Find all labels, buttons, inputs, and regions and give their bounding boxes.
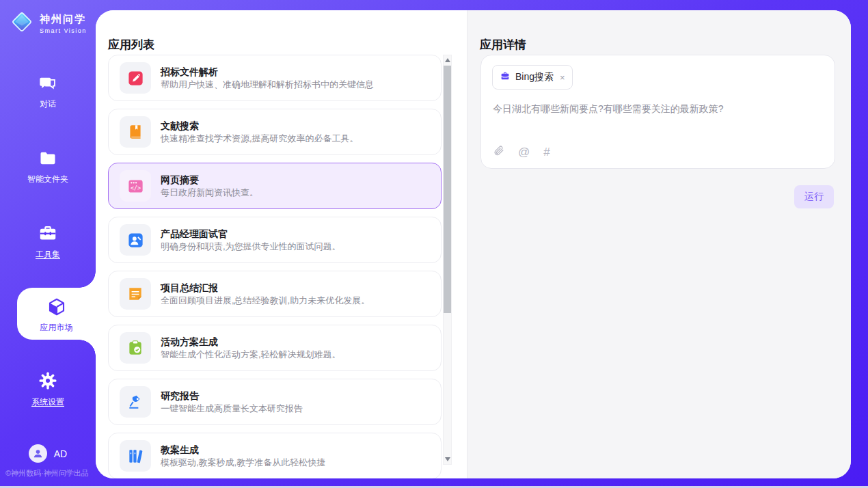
gear-icon <box>38 370 58 393</box>
app-list-panel: 应用列表 招标文件解析帮助用户快速、准确地理解和解析招标书中的关键信息文献搜索快… <box>96 10 467 478</box>
brand-subtitle: Smart Vision <box>40 27 87 34</box>
note-icon <box>120 278 151 310</box>
sidebar-item-label: 系统设置 <box>31 398 64 406</box>
scroll-down-button[interactable] <box>444 455 451 464</box>
app-card[interactable]: 招标文件解析帮助用户快速、准确地理解和解析招标书中的关键信息 <box>108 55 442 101</box>
books-icon <box>120 440 151 472</box>
chat-icon <box>38 74 57 95</box>
app-card-description: 每日政府新闻资讯快查。 <box>161 188 258 197</box>
scroll-up-icon <box>445 58 450 62</box>
book-icon <box>120 116 151 148</box>
avatar <box>29 444 47 463</box>
interviewer-icon <box>120 224 151 256</box>
copyright-text: ©神州数码·神州问学出品 <box>5 468 89 478</box>
app-card[interactable]: </>网页摘要每日政府新闻资讯快查。 <box>108 163 442 209</box>
folder-icon <box>38 149 57 170</box>
prompt-card: Bing搜索 × 今日湖北有哪些新闻要点?有哪些需要关注的最新政策? @ # <box>480 55 835 169</box>
app-card[interactable]: 产品经理面试官明确身份和职责,为您提供专业性的面试问题。 <box>108 217 442 263</box>
app-card-description: 智能生成个性化活动方案,轻松解决规划难题。 <box>161 350 341 359</box>
app-card-title: 项目总结汇报 <box>161 283 370 293</box>
app-card-description: 模板驱动,教案秒成,教学准备从此轻松快捷 <box>161 458 325 467</box>
svg-text:</>: </> <box>130 185 140 191</box>
app-card-description: 全面回顾项目进展,总结经验教训,助力未来优化发展。 <box>161 296 370 305</box>
app-card[interactable]: 文献搜索快速精准查找学术资源,提高研究效率的必备工具。 <box>108 109 442 155</box>
app-card[interactable]: 研究报告一键智能生成高质量长文本研究报告 <box>108 379 442 425</box>
scrollbar[interactable] <box>443 55 452 465</box>
sidebar-item-label: 对话 <box>40 100 56 108</box>
research-icon <box>120 386 151 418</box>
hashtag-icon[interactable]: # <box>543 146 550 158</box>
app-detail-panel: 应用详情 Bing搜索 × 今日湖北有哪些新闻要点?有哪些需要关注的最新政策? … <box>467 10 851 478</box>
cube-icon <box>46 297 67 319</box>
user-badge[interactable]: AD <box>0 444 96 463</box>
composer-toolbar: @ # <box>493 145 550 159</box>
attachment-icon[interactable] <box>493 145 504 159</box>
sidebar-item-label: 智能文件夹 <box>27 175 68 183</box>
sidebar-item-chat[interactable]: 对话 <box>0 74 96 108</box>
app-card-title: 教案生成 <box>161 445 325 455</box>
tool-tag-bing-search[interactable]: Bing搜索 × <box>492 65 573 90</box>
app-card-description: 一键智能生成高质量长文本研究报告 <box>161 404 303 413</box>
app-card-title: 活动方案生成 <box>161 337 341 347</box>
brand-logo: 神州问学 Smart Vision <box>10 10 87 37</box>
scroll-down-icon <box>445 457 450 461</box>
app-card-title: 文献搜索 <box>161 121 359 131</box>
app-card[interactable]: 项目总结汇报全面回顾项目进展,总结经验教训,助力未来优化发展。 <box>108 271 442 317</box>
user-initials: AD <box>54 448 67 459</box>
sidebar-item-smart-folders[interactable]: 智能文件夹 <box>0 149 96 183</box>
browser-code-icon: </> <box>120 170 151 202</box>
app-card-description: 快速精准查找学术资源,提高研究效率的必备工具。 <box>161 134 359 143</box>
app-card[interactable]: 教案生成模板驱动,教案秒成,教学准备从此轻松快捷 <box>108 433 442 478</box>
app-detail-title: 应用详情 <box>480 37 526 53</box>
toolbox-icon <box>38 223 58 245</box>
prompt-input[interactable]: 今日湖北有哪些新闻要点?有哪些需要关注的最新政策? <box>493 103 823 116</box>
app-card-title: 研究报告 <box>161 391 303 401</box>
brand-name: 神州问学 <box>40 13 87 26</box>
sidebar-item-toolset[interactable]: 工具集 <box>0 223 96 258</box>
tool-tag-close-icon[interactable]: × <box>560 73 565 82</box>
main-panel: 应用列表 招标文件解析帮助用户快速、准确地理解和解析招标书中的关键信息文献搜索快… <box>96 10 851 478</box>
sidebar-item-label: 应用市场 <box>40 323 73 331</box>
sidebar: 神州问学 Smart Vision 对话智能文件夹工具集应用市场系统设置 AD … <box>0 0 96 488</box>
scroll-up-button[interactable] <box>444 55 451 65</box>
app-card-title: 网页摘要 <box>161 175 258 185</box>
sidebar-item-app-market[interactable]: 应用市场 <box>17 288 96 340</box>
app-card-title: 招标文件解析 <box>161 67 374 77</box>
app-card-title: 产品经理面试官 <box>161 229 341 239</box>
app-card-description: 明确身份和职责,为您提供专业性的面试问题。 <box>161 242 341 251</box>
sidebar-item-label: 工具集 <box>36 250 60 258</box>
app-list-title: 应用列表 <box>108 37 154 53</box>
app-list: 招标文件解析帮助用户快速、准确地理解和解析招标书中的关键信息文献搜索快速精准查找… <box>108 55 443 478</box>
run-button[interactable]: 运行 <box>794 185 834 208</box>
brand-diamond-icon <box>10 10 34 37</box>
sidebar-item-system-settings[interactable]: 系统设置 <box>0 370 96 406</box>
briefcase-icon <box>500 70 511 84</box>
app-card-description: 帮助用户快速、准确地理解和解析招标书中的关键信息 <box>161 80 374 89</box>
mention-icon[interactable]: @ <box>518 146 530 158</box>
tool-tag-label: Bing搜索 <box>515 71 554 83</box>
doc-edit-icon <box>120 62 151 94</box>
app-card[interactable]: 活动方案生成智能生成个性化活动方案,轻松解决规划难题。 <box>108 325 442 371</box>
scrollbar-thumb[interactable] <box>444 66 451 313</box>
clipboard-check-icon <box>120 332 151 364</box>
